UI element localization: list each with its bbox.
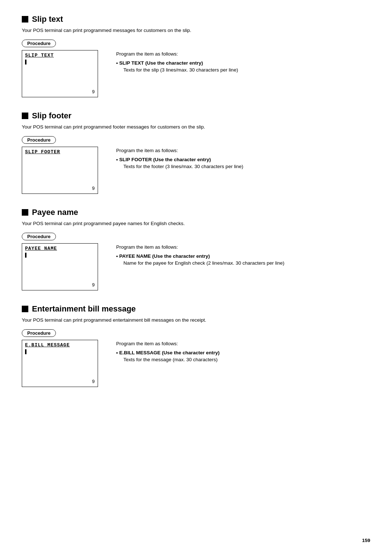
program-text-payee-name: Program the item as follows: (116, 244, 370, 250)
screen-title-slip-text: SLIP TEXT (25, 53, 95, 58)
procedure-right-entertainment-bill: Program the item as follows:• E.BILL MES… (116, 329, 370, 362)
cursor-line-entertainment-bill: ▌ (25, 349, 95, 355)
entry-label-slip-text: • SLIP TEXT (Use the character entry) (116, 60, 370, 66)
bottom-bar-slip-footer: 9 (92, 186, 95, 191)
section-title-entertainment-bill: Entertainment bill message (22, 304, 370, 314)
section-payee-name: Payee nameYour POS terminal can print pr… (22, 208, 370, 290)
program-text-entertainment-bill: Program the item as follows: (116, 341, 370, 346)
entry-desc-slip-text: Texts for the slip (3 lines/max. 30 char… (123, 67, 370, 73)
entry-label-payee-name: • PAYEE NAME (Use the character entry) (116, 253, 370, 259)
screen-box-payee-name: PAYEE NAME▌9 (22, 243, 98, 290)
screen-title-slip-footer: SLIP FOOTER (25, 149, 95, 155)
entry-label-slip-footer: • SLIP FOOTER (Use the character entry) (116, 157, 370, 162)
procedure-row-slip-footer: ProcedureSLIP FOOTER9Program the item as… (22, 136, 370, 194)
procedure-badge-entertainment-bill: Procedure (22, 329, 56, 337)
entry-desc-slip-footer: Texts for the footer (3 lines/max. 30 ch… (123, 164, 370, 169)
section-slip-footer: Slip footerYour POS terminal can print p… (22, 111, 370, 194)
procedure-row-payee-name: ProcedurePAYEE NAME▌9Program the item as… (22, 233, 370, 290)
screen-box-slip-footer: SLIP FOOTER9 (22, 147, 98, 194)
section-desc-slip-text: Your POS terminal can print programmed m… (22, 28, 370, 33)
bottom-bar-entertainment-bill: 9 (92, 379, 95, 384)
procedure-left-entertainment-bill: ProcedureE.BILL MESSAGE▌9 (22, 329, 105, 387)
section-desc-entertainment-bill: Your POS terminal can print programmed e… (22, 317, 370, 323)
cursor-line-slip-text: ▌ (25, 60, 95, 65)
entry-desc-entertainment-bill: Texts for the message (max. 30 character… (123, 357, 370, 362)
screen-title-entertainment-bill: E.BILL MESSAGE (25, 342, 95, 348)
procedure-left-slip-text: ProcedureSLIP TEXT▌9 (22, 40, 105, 97)
program-text-slip-footer: Program the item as follows: (116, 148, 370, 153)
bottom-bar-slip-text: 9 (92, 89, 95, 95)
procedure-badge-slip-footer: Procedure (22, 136, 56, 144)
screen-box-slip-text: SLIP TEXT▌9 (22, 50, 98, 97)
procedure-badge-slip-text: Procedure (22, 40, 56, 47)
section-slip-text: Slip textYour POS terminal can print pro… (22, 15, 370, 97)
screen-box-entertainment-bill: E.BILL MESSAGE▌9 (22, 340, 98, 387)
bottom-bar-payee-name: 9 (92, 282, 95, 288)
screen-title-payee-name: PAYEE NAME (25, 246, 95, 251)
procedure-right-slip-text: Program the item as follows:• SLIP TEXT … (116, 40, 370, 73)
section-entertainment-bill: Entertainment bill messageYour POS termi… (22, 304, 370, 387)
procedure-left-slip-footer: ProcedureSLIP FOOTER9 (22, 136, 105, 194)
page-number: 159 (362, 538, 370, 543)
entry-label-entertainment-bill: • E.BILL MESSAGE (Use the character entr… (116, 350, 370, 355)
section-desc-payee-name: Your POS terminal can print programmed p… (22, 221, 370, 226)
section-desc-slip-footer: Your POS terminal can print programmed f… (22, 124, 370, 130)
section-title-slip-footer: Slip footer (22, 111, 370, 121)
section-title-slip-text: Slip text (22, 15, 370, 24)
procedure-right-slip-footer: Program the item as follows:• SLIP FOOTE… (116, 136, 370, 169)
procedure-badge-payee-name: Procedure (22, 233, 56, 240)
procedure-row-entertainment-bill: ProcedureE.BILL MESSAGE▌9Program the ite… (22, 329, 370, 387)
procedure-row-slip-text: ProcedureSLIP TEXT▌9Program the item as … (22, 40, 370, 97)
cursor-line-payee-name: ▌ (25, 253, 95, 258)
entry-desc-payee-name: Name for the payee for English check (2 … (123, 260, 370, 266)
procedure-right-payee-name: Program the item as follows:• PAYEE NAME… (116, 233, 370, 266)
procedure-left-payee-name: ProcedurePAYEE NAME▌9 (22, 233, 105, 290)
section-title-payee-name: Payee name (22, 208, 370, 217)
program-text-slip-text: Program the item as follows: (116, 51, 370, 57)
